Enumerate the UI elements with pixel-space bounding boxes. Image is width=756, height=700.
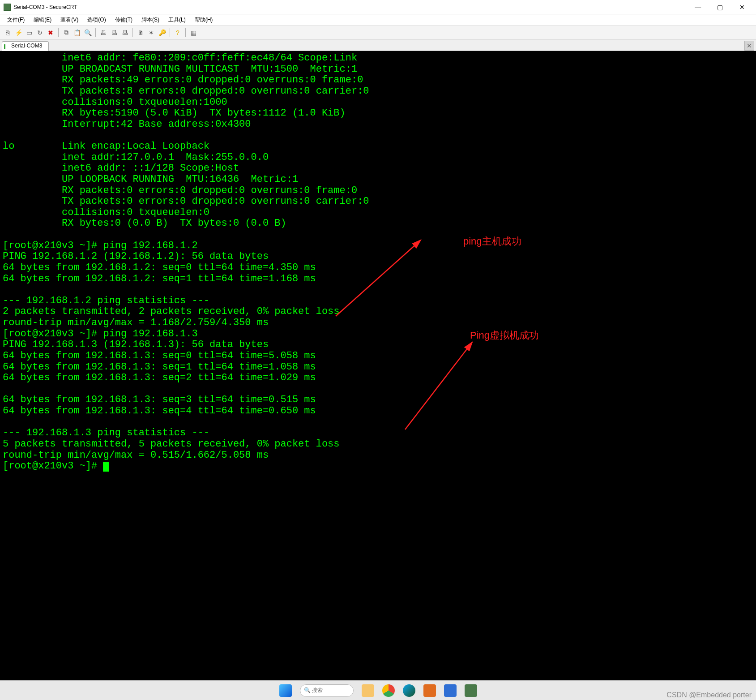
session-manager-icon[interactable]: ▭	[24, 28, 34, 38]
paste-icon[interactable]: 📋	[72, 28, 82, 38]
key-icon[interactable]: 🔑	[157, 28, 167, 38]
toolbar-separator	[132, 28, 133, 37]
menubar: 文件(F) 编辑(E) 查看(V) 选项(O) 传输(T) 脚本(S) 工具(L…	[0, 14, 756, 26]
menu-tools[interactable]: 工具(L)	[164, 15, 190, 25]
window-title: Serial-COM3 - SecureCRT	[13, 4, 77, 10]
maximize-button[interactable]: ▢	[710, 0, 730, 14]
copy-icon[interactable]: ⧉	[61, 28, 71, 38]
help-icon[interactable]: ?	[173, 28, 183, 38]
menu-script[interactable]: 脚本(S)	[137, 15, 164, 25]
menu-options[interactable]: 选项(O)	[83, 15, 110, 25]
connect-icon[interactable]: ⎘	[3, 28, 13, 38]
taskbar-app3-icon[interactable]	[465, 684, 477, 697]
taskbar-edge-icon[interactable]	[403, 684, 415, 697]
watermark: CSDN @Embedded porter	[666, 691, 752, 699]
print-icon[interactable]: 🖶	[98, 28, 108, 38]
toolbar: ⎘ ⚡ ▭ ↻ ✖ ⧉ 📋 🔍 🖶 🖶 🖶 🗎 ✶ 🔑 ? ▦	[0, 26, 756, 39]
tabbar: Serial-COM3 ✕	[0, 39, 756, 51]
print-screen-icon[interactable]: 🖶	[109, 28, 119, 38]
toolbar-separator	[58, 28, 59, 37]
toolbar-separator	[185, 28, 186, 37]
quick-connect-icon[interactable]: ⚡	[13, 28, 23, 38]
taskbar-search-icon[interactable]: 🔍 搜索	[300, 684, 354, 697]
reconnect-icon[interactable]: ↻	[35, 28, 45, 38]
minimize-button[interactable]: —	[688, 0, 708, 14]
print-setup-icon[interactable]: 🖶	[120, 28, 130, 38]
taskbar-chrome-icon[interactable]	[382, 684, 395, 697]
tile-icon[interactable]: ▦	[188, 28, 198, 38]
tab-close-panel-button[interactable]: ✕	[744, 41, 754, 51]
terminal[interactable]: inet6 addr: fe80::209:c0ff:feff:ec48/64 …	[0, 51, 756, 680]
disconnect-icon[interactable]: ✖	[46, 28, 56, 38]
terminal-cursor	[103, 462, 109, 472]
toolbar-separator	[95, 28, 96, 37]
settings-icon[interactable]: ✶	[146, 28, 156, 38]
menu-transfer[interactable]: 传输(T)	[111, 15, 137, 25]
tab-active-indicator	[4, 44, 5, 49]
window-controls: — ▢ ✕	[688, 0, 752, 14]
taskbar-app2-icon[interactable]	[444, 684, 457, 697]
close-button[interactable]: ✕	[732, 0, 752, 14]
toolbar-separator	[170, 28, 170, 37]
app-icon	[4, 4, 11, 11]
menu-file[interactable]: 文件(F)	[3, 15, 29, 25]
tab-label: Serial-COM3	[9, 43, 42, 49]
taskbar-app1-icon[interactable]	[423, 684, 436, 697]
menu-help[interactable]: 帮助(H)	[190, 15, 218, 25]
titlebar: Serial-COM3 - SecureCRT — ▢ ✕	[0, 0, 756, 14]
menu-edit[interactable]: 编辑(E)	[29, 15, 56, 25]
taskbar: 🔍 搜索	[0, 680, 756, 700]
terminal-output: inet6 addr: fe80::209:c0ff:feff:ec48/64 …	[3, 53, 753, 472]
find-icon[interactable]: 🔍	[83, 28, 93, 38]
taskbar-start-icon[interactable]	[279, 684, 292, 697]
taskbar-explorer-icon[interactable]	[362, 684, 374, 697]
menu-view[interactable]: 查看(V)	[56, 15, 83, 25]
log-session-icon[interactable]: 🗎	[136, 28, 145, 38]
tab-serial-com3[interactable]: Serial-COM3	[2, 41, 49, 51]
